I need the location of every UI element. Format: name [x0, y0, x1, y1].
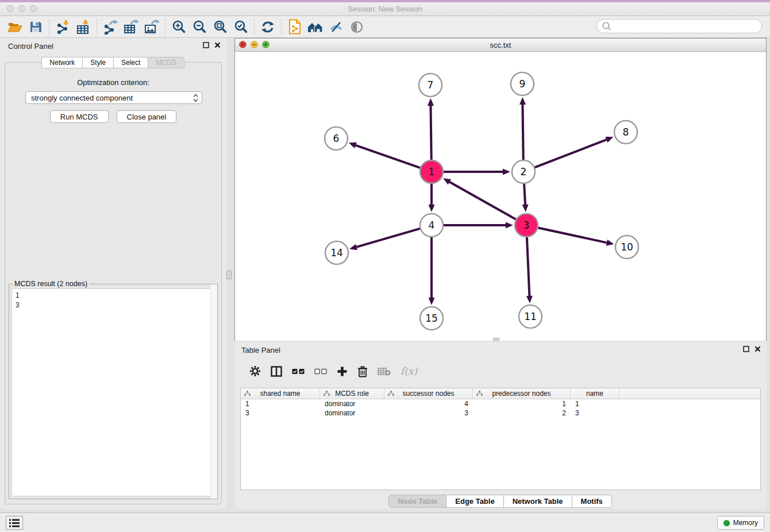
column-header-name[interactable]: name — [571, 388, 619, 399]
memory-button[interactable]: Memory — [717, 516, 764, 530]
table-row[interactable]: 1dominator411 — [241, 399, 760, 408]
column-header-mcds-role[interactable]: MCDS role — [320, 388, 384, 399]
column-header-shared-name[interactable]: shared name — [241, 388, 320, 399]
column-label: MCDS role — [335, 390, 369, 398]
edge-3-11[interactable] — [526, 237, 533, 303]
control-panel-header: Control Panel — [0, 38, 226, 55]
edge-1-2[interactable] — [444, 169, 510, 175]
unselect-all-icon[interactable] — [314, 368, 327, 375]
mcds-result-title: MCDS result (2 nodes) — [13, 280, 89, 288]
tab-motifs[interactable]: Motifs — [572, 495, 612, 508]
refresh-network-icon[interactable] — [257, 18, 278, 36]
tab-mcds[interactable]: MCDS — [148, 57, 184, 68]
node-10[interactable]: 10 — [615, 236, 638, 259]
task-history-button[interactable] — [6, 516, 23, 530]
table-settings-icon[interactable] — [249, 365, 261, 377]
network-window-titlebar[interactable]: scc.txt — [235, 38, 766, 52]
edge-3-1[interactable] — [443, 178, 516, 219]
table-row[interactable]: 3dominator323 — [241, 408, 760, 418]
float-panel-icon[interactable] — [203, 42, 209, 48]
edge-3-10[interactable] — [538, 228, 614, 245]
criterion-select[interactable]: strongly connected component — [25, 91, 202, 104]
column-header-predecessor-nodes[interactable]: predecessor nodes — [473, 388, 571, 399]
zoom-out-icon[interactable] — [189, 18, 210, 36]
table-cell[interactable]: 2 — [473, 409, 571, 417]
table-cell[interactable]: dominator — [320, 400, 384, 408]
run-mcds-button[interactable]: Run MCDS — [50, 110, 109, 123]
save-session-icon[interactable] — [25, 18, 46, 36]
result-line: 1 — [12, 289, 214, 300]
node-6[interactable]: 6 — [325, 127, 348, 150]
zoom-selected-icon[interactable] — [230, 18, 251, 36]
node-1[interactable]: 1 — [420, 160, 443, 183]
tab-network-table[interactable]: Network Table — [503, 495, 572, 508]
close-panel-icon[interactable] — [754, 346, 761, 352]
table-cell[interactable]: dominator — [320, 409, 384, 417]
export-table-icon[interactable] — [121, 18, 141, 36]
svg-text:7: 7 — [428, 79, 434, 91]
close-panel-icon[interactable] — [214, 42, 221, 48]
select-all-icon[interactable] — [292, 368, 305, 375]
node-3[interactable]: 3 — [515, 214, 538, 237]
zoom-in-icon[interactable] — [168, 18, 189, 36]
tab-style[interactable]: Style — [82, 57, 114, 68]
import-table-icon[interactable] — [73, 18, 94, 36]
node-11[interactable]: 11 — [519, 305, 542, 328]
search-field[interactable] — [596, 19, 762, 33]
node-4[interactable]: 4 — [420, 214, 443, 237]
table-cell[interactable]: 1 — [473, 400, 571, 408]
zoom-fit-icon[interactable] — [210, 18, 230, 36]
new-session-icon[interactable] — [284, 18, 305, 36]
memory-status-icon — [723, 520, 730, 526]
table-cell[interactable]: 1 — [241, 400, 320, 408]
node-15[interactable]: 15 — [420, 307, 443, 330]
table-cell[interactable]: 3 — [571, 409, 619, 417]
node-8[interactable]: 8 — [614, 121, 637, 144]
column-header-successor-nodes[interactable]: successor nodes — [384, 388, 473, 399]
tab-node-table[interactable]: Node Table — [388, 495, 446, 508]
import-network-icon[interactable] — [52, 18, 73, 36]
edge-4-14[interactable] — [349, 229, 420, 250]
table-cell[interactable]: 1 — [571, 400, 619, 408]
table-panel-header: Table Panel — [234, 342, 767, 359]
svg-text:14: 14 — [330, 247, 343, 259]
edge-2-9[interactable] — [519, 97, 526, 160]
close-panel-button[interactable]: Close panel — [117, 110, 177, 123]
node-7[interactable]: 7 — [419, 74, 442, 97]
edge-4-15[interactable] — [429, 237, 435, 305]
float-panel-icon[interactable] — [743, 346, 749, 352]
network-graph[interactable]: 7968124314101511 — [235, 52, 766, 341]
tab-network[interactable]: Network — [41, 57, 83, 68]
open-session-icon[interactable] — [5, 18, 25, 36]
svg-text:15: 15 — [425, 313, 438, 324]
result-scrollbar[interactable] — [210, 284, 217, 499]
mcds-result-text[interactable]: 13 — [11, 288, 215, 496]
edge-2-3[interactable] — [522, 184, 529, 212]
vertical-splitter-grip[interactable] — [226, 271, 232, 279]
edge-4-3[interactable] — [444, 222, 513, 229]
table-cell[interactable]: 4 — [384, 400, 473, 408]
node-14[interactable]: 14 — [325, 241, 348, 264]
table-cell[interactable]: 3 — [241, 409, 320, 417]
add-column-icon[interactable] — [337, 366, 348, 377]
toolbar-separator — [281, 19, 282, 35]
toolbar-separator — [97, 19, 97, 35]
show-graphics-details-icon[interactable] — [326, 18, 346, 36]
node-2[interactable]: 2 — [512, 160, 535, 183]
edge-2-8[interactable] — [535, 137, 614, 168]
edge-1-6[interactable] — [349, 142, 420, 168]
tab-select[interactable]: Select — [113, 57, 148, 68]
export-image-icon[interactable] — [141, 18, 162, 36]
browse-columns-icon[interactable] — [271, 366, 282, 377]
edge-1-4[interactable] — [429, 184, 435, 212]
edge-1-7[interactable] — [428, 98, 434, 160]
node-9[interactable]: 9 — [511, 72, 534, 95]
search-input[interactable] — [614, 22, 757, 31]
tab-edge-table[interactable]: Edge Table — [446, 495, 503, 508]
horizontal-splitter-grip[interactable] — [493, 338, 499, 341]
table-cell[interactable]: 3 — [384, 409, 473, 417]
export-network-icon[interactable] — [100, 18, 121, 36]
delete-column-icon[interactable] — [357, 365, 368, 377]
toggle-contrast-icon[interactable] — [346, 18, 367, 36]
reset-view-icon[interactable] — [305, 18, 326, 36]
